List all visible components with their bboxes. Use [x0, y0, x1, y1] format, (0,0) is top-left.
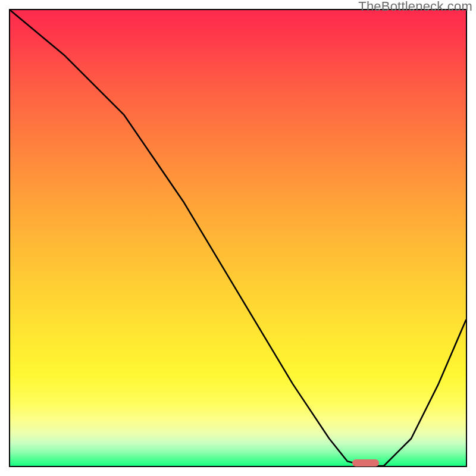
optimal-range-marker [352, 459, 380, 466]
curve-path [10, 10, 466, 466]
bottleneck-curve [10, 10, 466, 466]
chart-frame [9, 9, 467, 467]
watermark-text: TheBottleneck.com [358, 0, 472, 14]
